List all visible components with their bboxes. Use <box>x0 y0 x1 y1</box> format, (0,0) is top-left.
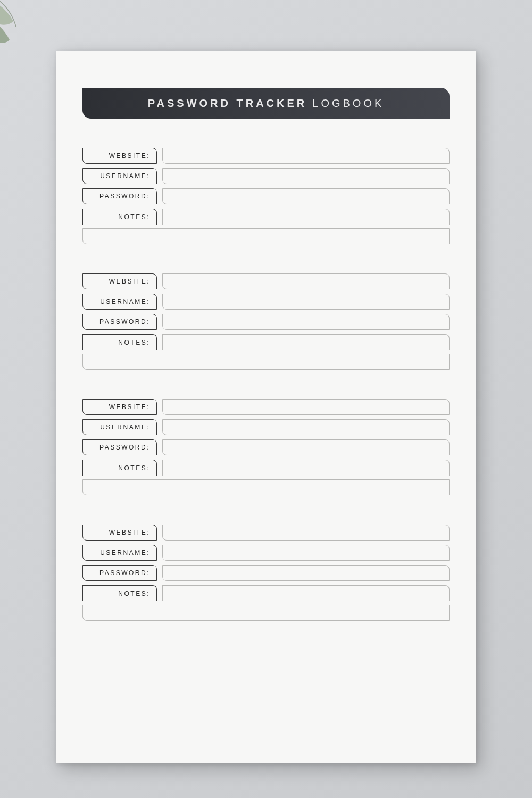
page-title-bar: PASSWORD TRACKER LOGBOOK <box>82 88 450 119</box>
title-light: LOGBOOK <box>312 97 384 110</box>
notes-field-extended[interactable] <box>82 228 450 244</box>
notes-field-extended[interactable] <box>82 479 450 495</box>
notes-field[interactable] <box>162 209 450 225</box>
username-label: USERNAME: <box>82 168 157 184</box>
password-field[interactable] <box>162 439 450 455</box>
username-label: USERNAME: <box>82 294 157 310</box>
password-field[interactable] <box>162 314 450 330</box>
notes-field[interactable] <box>162 585 450 601</box>
logbook-page: PASSWORD TRACKER LOGBOOK WEBSITE: USERNA… <box>56 51 476 763</box>
website-field[interactable] <box>162 525 450 541</box>
notes-label: NOTES: <box>82 334 157 350</box>
password-label: PASSWORD: <box>82 314 157 330</box>
notes-label: NOTES: <box>82 585 157 601</box>
entry-3: WEBSITE: USERNAME: PASSWORD: NOTES: <box>82 399 450 495</box>
notes-field-extended[interactable] <box>82 605 450 621</box>
entry-2: WEBSITE: USERNAME: PASSWORD: NOTES: <box>82 273 450 370</box>
entry-1: WEBSITE: USERNAME: PASSWORD: NOTES: <box>82 148 450 244</box>
website-field[interactable] <box>162 273 450 289</box>
password-label: PASSWORD: <box>82 188 157 204</box>
leaf-decoration-icon <box>0 0 43 64</box>
username-field[interactable] <box>162 545 450 561</box>
website-label: WEBSITE: <box>82 273 157 289</box>
notes-field[interactable] <box>162 334 450 350</box>
website-field[interactable] <box>162 148 450 164</box>
username-label: USERNAME: <box>82 419 157 435</box>
title-bold: PASSWORD TRACKER <box>148 97 307 110</box>
notes-field[interactable] <box>162 460 450 476</box>
entry-4: WEBSITE: USERNAME: PASSWORD: NOTES: <box>82 525 450 621</box>
website-label: WEBSITE: <box>82 525 157 541</box>
website-field[interactable] <box>162 399 450 415</box>
notes-field-extended[interactable] <box>82 354 450 370</box>
notes-label: NOTES: <box>82 460 157 476</box>
notes-label: NOTES: <box>82 209 157 225</box>
username-field[interactable] <box>162 419 450 435</box>
password-field[interactable] <box>162 565 450 581</box>
website-label: WEBSITE: <box>82 399 157 415</box>
username-field[interactable] <box>162 168 450 184</box>
username-field[interactable] <box>162 294 450 310</box>
password-label: PASSWORD: <box>82 439 157 455</box>
password-field[interactable] <box>162 188 450 204</box>
password-label: PASSWORD: <box>82 565 157 581</box>
username-label: USERNAME: <box>82 545 157 561</box>
website-label: WEBSITE: <box>82 148 157 164</box>
